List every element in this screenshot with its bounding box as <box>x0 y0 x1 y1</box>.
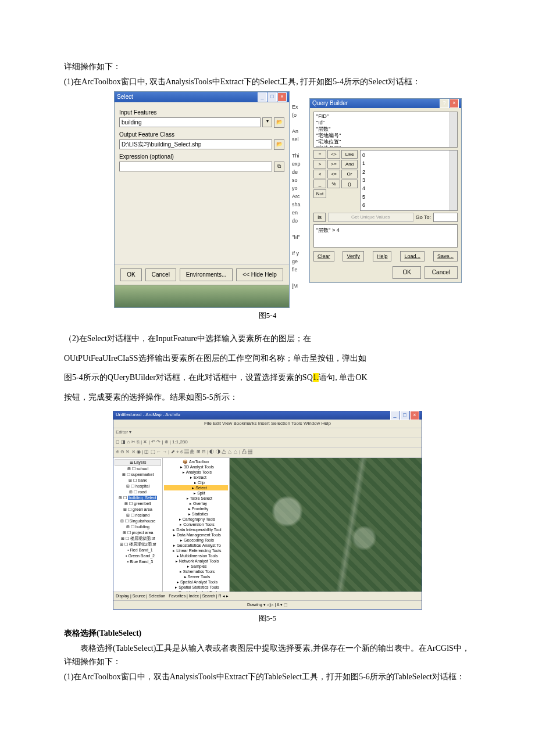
toc-tabs[interactable]: Display | Source | Selection <box>116 593 165 600</box>
qb-load-button[interactable]: Load... <box>400 251 425 261</box>
am-maximize-icon[interactable]: □ <box>400 411 409 420</box>
am-minimize-icon[interactable]: _ <box>390 411 400 420</box>
goto-field[interactable] <box>433 213 458 222</box>
step1: (1)在ArcToolbox窗口中, 双击AnalysisTools中Extra… <box>64 76 471 88</box>
figure-5-5: Untitled.mxd - ArcMap - ArcInfo _ □ × Fi… <box>64 411 471 610</box>
expression-label: Expression (optional) <box>119 152 284 162</box>
arcmap-toolbar-standard[interactable]: ◻ ◨ ⌂ ✂ ⎘ | ✕ | ↶ ↷ | ⊕ | 1:1,280 <box>113 438 422 448</box>
input-features-label: Input Features <box>119 108 284 117</box>
qb-operator-grid[interactable]: =<>Like>>=And<<=Or_%()Not <box>313 150 358 211</box>
qb-help-button[interactable]: Help <box>373 251 392 261</box>
qb-op-button[interactable]: < <box>313 170 326 178</box>
input-features-field[interactable]: building <box>119 117 261 127</box>
map-strip-graphic <box>115 285 289 307</box>
qb-op-button[interactable]: >= <box>327 160 340 169</box>
qb-op-button[interactable]: And <box>341 160 358 169</box>
minimize-icon[interactable]: _ <box>258 92 267 102</box>
qb-op-button[interactable]: > <box>313 160 326 169</box>
qb-op-button[interactable]: <> <box>327 150 340 159</box>
highlighted-text: 1. <box>313 373 319 382</box>
fig-5-5-caption: 图5-5 <box>259 614 276 622</box>
table-select-step1: (1)在ArcToolbox窗口中，双击AnalysisTools中Extrac… <box>64 671 471 683</box>
qb-op-button[interactable]: Like <box>341 150 358 159</box>
goto-label: Go To: <box>416 213 431 221</box>
ok-button[interactable]: OK <box>120 268 141 281</box>
arcmap-titlebar: Untitled.mxd - ArcMap - ArcInfo _ □ × <box>113 411 422 420</box>
arcmap-menubar[interactable]: File Edit View Bookmarks Insert Selectio… <box>113 420 422 428</box>
qb-is-button[interactable]: Is <box>313 213 326 222</box>
qb-cancel-button[interactable]: Cancel <box>425 266 458 279</box>
browse-output-button[interactable]: 📂 <box>274 139 284 150</box>
dropdown-icon[interactable]: ▾ <box>262 117 272 127</box>
intro-line: 详细操作如下： <box>64 60 471 73</box>
step2-line-c-2: 语句, 单击OK <box>319 373 367 382</box>
select-dialog: Select _ □ × Input Features building ▾ 📂… <box>114 91 290 308</box>
step2-block: （2)在Select对话框中，在InputFeature中选择输入要素所在的图层… <box>64 329 471 407</box>
sql-builder-button[interactable]: ⧉ <box>274 162 284 172</box>
expression-field[interactable] <box>119 162 272 171</box>
help-icon[interactable]: ? <box>440 99 449 108</box>
fig-5-4-caption: 图5-4 <box>259 311 276 320</box>
hide-help-button[interactable]: << Hide Help <box>236 268 283 281</box>
am-close-icon[interactable]: × <box>410 411 419 420</box>
step2-line-a: （2)在Select对话框中，在InputFeature中选择输入要素所在的图层… <box>64 329 471 349</box>
figure-5-4: Select _ □ × Input Features building ▾ 📂… <box>105 91 471 308</box>
section-heading-table-select: 表格选择(TableSelect) <box>64 627 471 640</box>
arcmap-map-view[interactable] <box>230 458 422 592</box>
arcmap-title: Untitled.mxd - ArcMap - ArcInfo <box>116 411 180 419</box>
step2-line-b: OUtPUtFeaUIreCIaSS选择输出要素所在图层的工作空间和名称；单击呈… <box>64 349 471 368</box>
qb-op-button[interactable]: = <box>313 150 326 159</box>
qb-fields-list[interactable]: "FID""Id""层数""宅地编号""宅地位置""宅地名称" <box>313 112 458 148</box>
qb-expression-box[interactable]: "层数" > 4 <box>313 224 458 248</box>
qb-clear-button[interactable]: Clear <box>313 251 334 261</box>
step2-line-d: 按钮，完成要素的选择操作。结果如图5-5所示： <box>64 388 471 407</box>
qb-values-list[interactable]: 0123456 <box>360 150 458 211</box>
arcmap-bottom-tabs[interactable]: Display | Source | Selection Favorites |… <box>113 592 422 600</box>
environments-button[interactable]: Environments... <box>180 268 233 281</box>
help-panel-clip: Ex(o Ansel ThiexpdesoyoArcshaendo "M" If… <box>290 91 309 308</box>
output-fc-label: Output Feature Class <box>119 130 284 139</box>
arcmap-toolbar-tools[interactable]: ⊕ ⊖ ⤧ ⤨ ◉ | ◫ ⬚ ← → | ⬈ ⌖ ⎋ ▤ 曲 ⊞ ⊟ | ◐ … <box>113 448 422 458</box>
qb-op-button[interactable]: () <box>341 180 358 188</box>
step2-line-c: 图5-4所示的QUeryBUilder对话框，在此对话框中，设置选择要素的SQ1… <box>64 368 471 388</box>
qb-op-button[interactable]: _ <box>313 180 326 188</box>
arcmap-toc[interactable]: ☰ Layers⊞ ☐ school⊞ ☐ supermarket⊞ ☐ ban… <box>113 458 163 592</box>
qb-verify-button[interactable]: Verify <box>343 251 364 261</box>
qb-save-button[interactable]: Save... <box>433 251 458 261</box>
toolbox-tabs[interactable]: Favorites | Index | Search | R ◂ ▸ <box>169 593 228 600</box>
qb-titlebar: Query Builder ? × <box>310 99 461 108</box>
cancel-button[interactable]: Cancel <box>145 268 176 281</box>
arcmap-editor-bar[interactable]: Editor ▾ <box>113 428 422 438</box>
qb-op-button[interactable]: Or <box>341 170 358 178</box>
select-dialog-title: Select <box>117 92 133 102</box>
qb-ok-button[interactable]: OK <box>393 266 420 279</box>
qb-close-icon[interactable]: × <box>450 99 459 108</box>
step2-line-c-1: 图5-4所示的QUeryBUilder对话框，在此对话框中，设置选择要素的SQ <box>64 373 313 382</box>
browse-input-button[interactable]: 📂 <box>274 117 284 128</box>
select-dialog-titlebar: Select _ □ × <box>115 92 289 102</box>
output-fc-field[interactable]: D:\LIS实习\building_Select.shp <box>119 139 272 149</box>
table-select-para: 表格选择(TableSelect)工具是从输入表或者表图层中提取选择要素,并保存… <box>64 642 471 668</box>
arcmap-window: Untitled.mxd - ArcMap - ArcInfo _ □ × Fi… <box>113 411 422 610</box>
get-unique-values-button[interactable]: Get Unique Values <box>328 213 413 222</box>
qb-title: Query Builder <box>312 99 348 108</box>
qb-op-button[interactable]: <= <box>327 170 340 178</box>
qb-op-button[interactable]: % <box>327 180 340 188</box>
query-builder-dialog: Query Builder ? × "FID""Id""层数""宅地编号""宅地… <box>309 98 462 284</box>
arctoolbox-tree[interactable]: 📦 ArcToolbox▸ 3D Analyst Tools▸ Analysis… <box>163 458 230 592</box>
maximize-icon[interactable]: □ <box>268 92 277 102</box>
close-icon[interactable]: × <box>277 92 287 102</box>
qb-op-button[interactable]: Not <box>313 189 326 198</box>
arcmap-status-bar: Drawing ▾ ◁ ▷ | A ▾ ⬚ <box>113 600 422 609</box>
